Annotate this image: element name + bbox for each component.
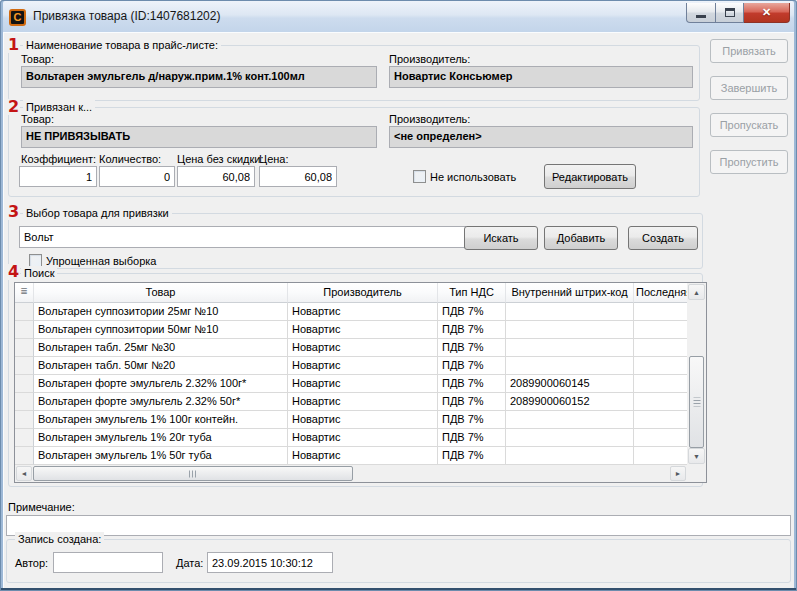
- cell-vat: ПДВ 7%: [438, 375, 506, 393]
- table-row[interactable]: Вольтарен эмульгель 1% 50г туба Новартис…: [15, 447, 687, 465]
- cell-manufacturer: Новартис: [288, 429, 438, 447]
- price-no-discount-input[interactable]: [177, 166, 255, 187]
- scroll-right-icon: ►: [675, 470, 682, 477]
- table-row[interactable]: Вольтарен эмульгель 1% 20г туба Новартис…: [15, 429, 687, 447]
- window-title: Привязка товара (ID:1407681202): [33, 9, 220, 23]
- cell-manufacturer: Новартис: [288, 375, 438, 393]
- note-label: Примечание:: [8, 501, 75, 513]
- cell-barcode: [506, 321, 634, 339]
- coefficient-label: Коэффициент:: [21, 153, 96, 165]
- note-input[interactable]: [6, 515, 791, 536]
- author-input[interactable]: [53, 552, 163, 573]
- table-row[interactable]: Вольтарен табл. 50мг №20 Новартис ПДВ 7%: [15, 357, 687, 375]
- row-selector-cell[interactable]: [15, 339, 34, 357]
- dialog-window: C Привязка товара (ID:1407681202) ✕ 1 На…: [0, 0, 797, 591]
- row-selector-cell[interactable]: [15, 375, 34, 393]
- manufacturer-label: Производитель:: [389, 53, 470, 65]
- row-selector-cell[interactable]: [15, 357, 34, 375]
- search-input[interactable]: [19, 226, 466, 248]
- table-row[interactable]: Вольтарен эмульгель 1% 100г контейн. Нов…: [15, 411, 687, 429]
- cell-vat: ПДВ 7%: [438, 447, 506, 465]
- add-button[interactable]: Добавить: [544, 226, 618, 250]
- scroll-right-button[interactable]: ►: [670, 466, 686, 481]
- group-price-item: Наименование товара в прайс-листе: Товар…: [8, 45, 700, 101]
- group-selection-legend: Выбор товара для привязки: [23, 206, 172, 221]
- scrollbar-corner: [687, 465, 706, 482]
- close-button[interactable]: ✕: [744, 3, 790, 23]
- table-vertical-scrollbar[interactable]: ▲ ▼: [687, 283, 706, 465]
- linked-manufacturer-field: <не определен>: [389, 126, 693, 148]
- cell-barcode: [506, 447, 634, 465]
- annotation-number-3: 3: [7, 204, 20, 220]
- cell-barcode: 2089900060152: [506, 393, 634, 411]
- row-selector-header-icon[interactable]: ≣: [15, 283, 34, 303]
- finish-button[interactable]: Завершить: [710, 76, 788, 100]
- app-icon-letter: C: [14, 11, 22, 23]
- scroll-down-icon: ▼: [693, 453, 700, 460]
- table-row[interactable]: Вольтарен суппозитории 25мг №10 Новартис…: [15, 303, 687, 321]
- skip-always-button[interactable]: Пропускать: [710, 113, 788, 137]
- table-horizontal-scrollbar[interactable]: ◄ ►: [15, 465, 687, 482]
- scroll-thumb-grip: [693, 398, 700, 407]
- row-selector-cell[interactable]: [15, 411, 34, 429]
- date-label: Дата:: [176, 557, 203, 569]
- cell-manufacturer: Новартис: [288, 357, 438, 375]
- cell-last: [634, 303, 687, 321]
- price-input[interactable]: [259, 166, 337, 187]
- table-row[interactable]: Вольтарен форте эмульгель 2.32% 50г* Нов…: [15, 393, 687, 411]
- row-selector-cell[interactable]: [15, 429, 34, 447]
- create-button[interactable]: Создать: [628, 226, 698, 250]
- cell-product: Вольтарен табл. 25мг №30: [34, 339, 288, 357]
- search-button[interactable]: Искать: [464, 226, 538, 250]
- scroll-down-button[interactable]: ▼: [688, 448, 705, 464]
- row-selector-cell[interactable]: [15, 393, 34, 411]
- row-selector-cell[interactable]: [15, 447, 34, 465]
- date-input[interactable]: [207, 552, 333, 573]
- column-header-vat[interactable]: Тип НДС: [438, 283, 506, 303]
- column-header-product[interactable]: Товар: [34, 283, 288, 303]
- group-record-created-legend: Запись создана:: [15, 532, 104, 547]
- vertical-scroll-thumb[interactable]: [689, 356, 704, 448]
- table-row[interactable]: Вольтарен форте эмульгель 2.32% 100г* Но…: [15, 375, 687, 393]
- row-selector-cell[interactable]: [15, 303, 34, 321]
- product-label: Товар:: [21, 53, 54, 65]
- not-use-label[interactable]: Не использовать: [430, 171, 516, 183]
- table-row[interactable]: Вольтарен табл. 25мг №30 Новартис ПДВ 7%: [15, 339, 687, 357]
- edit-button[interactable]: Редактировать: [544, 164, 636, 189]
- price-item-product-field: Вольтарен эмульгель д/наруж.прим.1% конт…: [21, 66, 377, 88]
- linked-product-field: НЕ ПРИВЯЗЫВАТЬ: [21, 126, 377, 148]
- bind-button[interactable]: Привязать: [710, 39, 788, 63]
- cell-last: [634, 393, 687, 411]
- cell-manufacturer: Новартис: [288, 393, 438, 411]
- simplified-selection-label[interactable]: Упрощенная выборка: [46, 255, 156, 267]
- cell-vat: ПДВ 7%: [438, 429, 506, 447]
- cell-manufacturer: Новартис: [288, 339, 438, 357]
- window-controls: ✕: [686, 3, 790, 23]
- price-label: Цена:: [259, 153, 289, 165]
- not-use-checkbox[interactable]: [413, 170, 426, 183]
- column-header-manufacturer[interactable]: Производитель: [288, 283, 438, 303]
- maximize-icon: [725, 8, 735, 17]
- scroll-left-button[interactable]: ◄: [16, 466, 32, 481]
- cell-manufacturer: Новартис: [288, 303, 438, 321]
- horizontal-scroll-thumb[interactable]: [33, 466, 353, 481]
- cell-manufacturer: Новартис: [288, 411, 438, 429]
- cell-product: Вольтарен форте эмульгель 2.32% 50г*: [34, 393, 288, 411]
- cell-manufacturer: Новартис: [288, 447, 438, 465]
- quantity-input[interactable]: [99, 166, 175, 187]
- group-selection: Выбор товара для привязки Искать Добавит…: [8, 213, 703, 269]
- column-header-last[interactable]: Последняя: [634, 283, 687, 303]
- column-header-barcode[interactable]: Внутренний штрих-код: [506, 283, 634, 303]
- table-row[interactable]: Вольтарен суппозитории 50мг №10 Новартис…: [15, 321, 687, 339]
- title-bar[interactable]: C Привязка товара (ID:1407681202) ✕: [3, 1, 794, 32]
- skip-button[interactable]: Пропустить: [710, 150, 788, 174]
- annotation-number-2: 2: [7, 99, 20, 115]
- annotation-number-1: 1: [7, 37, 20, 53]
- coefficient-input[interactable]: [19, 166, 97, 187]
- cell-last: [634, 357, 687, 375]
- group-search: Поиск ≣ Товар Производитель Тип НДС Внут…: [8, 273, 703, 487]
- scroll-up-button[interactable]: ▲: [688, 284, 705, 300]
- row-selector-cell[interactable]: [15, 321, 34, 339]
- minimize-button[interactable]: [686, 3, 716, 23]
- maximize-button[interactable]: [716, 3, 744, 23]
